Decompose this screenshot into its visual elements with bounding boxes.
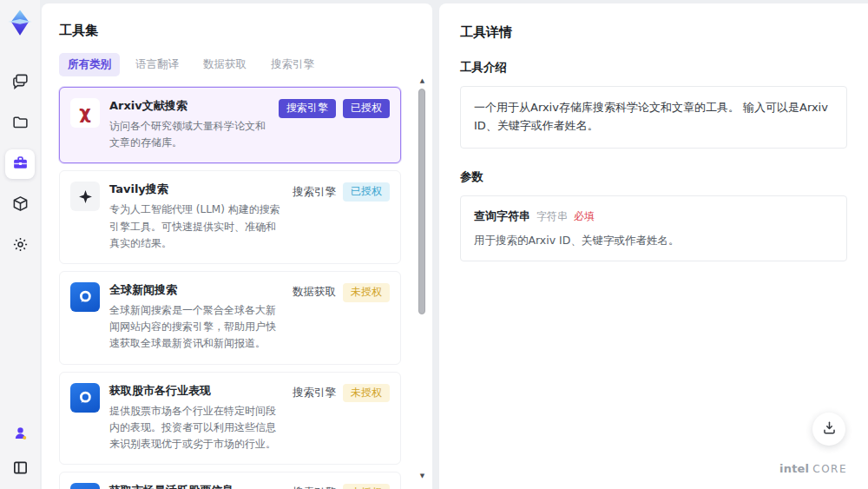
sidebar-item-user[interactable] (5, 420, 35, 449)
tab-search-engine[interactable]: 搜索引擎 (262, 53, 323, 76)
brand-core: core (812, 463, 847, 475)
app-logo (4, 7, 36, 38)
intro-heading: 工具介绍 (460, 60, 847, 76)
list-scrollbar[interactable]: ▲ ▼ (418, 76, 427, 480)
parameter-name: 查询字符串 (474, 208, 530, 224)
tool-card-main: 获取股市各行业表现 提供股票市场各个行业在特定时间段内的表现。投资者可以利用这些… (109, 383, 283, 453)
tool-title: Tavily搜索 (109, 182, 283, 197)
tool-title: 全球新闻搜索 (109, 282, 283, 298)
parameter-header: 查询字符串 字符串 必填 (474, 208, 833, 224)
tool-description: 访问各个研究领域大量科学论文和文章的存储库。 (109, 118, 269, 151)
tool-description: 专为人工智能代理 (LLM) 构建的搜索引擎工具。可快速提供实时、准确和真实的结… (109, 202, 283, 252)
auth-status-badge: 未授权 (343, 283, 390, 302)
sidebar-rail (0, 0, 40, 489)
tool-title: 获取市场最活跃股票信息 (109, 483, 283, 489)
tool-description: 全球新闻搜索是一个聚合全球各大新闻网站内容的搜索引擎，帮助用户快速获取全球最新资… (109, 302, 283, 353)
category-label: 搜索引擎 (293, 386, 336, 400)
tool-title: 获取股市各行业表现 (109, 383, 283, 399)
tab-all-categories[interactable]: 所有类别 (59, 53, 120, 76)
sidebar-item-chat[interactable] (5, 68, 35, 97)
scrollbar-up-arrow[interactable]: ▲ (418, 76, 427, 85)
tool-list: χ Arxiv文献搜索 访问各个研究领域大量科学论文和文章的存储库。 搜索引擎 … (59, 87, 415, 489)
download-icon (822, 420, 837, 439)
tool-card-badges: 搜索引擎 已授权 (279, 99, 390, 118)
scrollbar-thumb[interactable] (418, 89, 425, 314)
parameter-description: 用于搜索的Arxiv ID、关键字或作者姓名。 (474, 233, 833, 249)
tool-card-main: Arxiv文献搜索 访问各个研究领域大量科学论文和文章的存储库。 (109, 98, 269, 151)
tool-card-badges: 搜索引擎 未授权 (293, 484, 390, 489)
page-title: 工具集 (59, 23, 415, 39)
sidebar-item-settings[interactable] (5, 231, 35, 261)
details-title: 工具详情 (460, 24, 847, 41)
sidebar-item-toolbox[interactable] (5, 149, 35, 179)
category-tabs: 所有类别 语言翻译 数据获取 搜索引擎 (59, 53, 415, 76)
category-label: 数据获取 (293, 285, 336, 300)
tool-card-active-stocks[interactable]: 获取市场最活跃股票信息 提供当天交易量最高的股票列表，投资者可以利用这些信息来识… (59, 472, 401, 489)
params-heading: 参数 (460, 169, 847, 185)
tool-card-badges: 搜索引擎 未授权 (293, 384, 390, 403)
gear-icon (12, 236, 29, 256)
tab-language-translation[interactable]: 语言翻译 (127, 53, 187, 76)
sidebar-item-packages[interactable] (5, 190, 35, 220)
auth-status-badge: 未授权 (343, 484, 390, 489)
tool-card-tavily[interactable]: Tavily搜索 专为人工智能代理 (LLM) 构建的搜索引擎工具。可快速提供实… (59, 170, 401, 264)
download-button[interactable] (812, 413, 845, 446)
tool-card-arxiv[interactable]: χ Arxiv文献搜索 访问各个研究领域大量科学论文和文章的存储库。 搜索引擎 … (59, 87, 401, 163)
folder-icon (12, 114, 29, 134)
scrollbar-down-arrow[interactable]: ▼ (418, 472, 427, 480)
tool-title: Arxiv文献搜索 (109, 98, 269, 114)
parameter-required-flag: 必填 (574, 209, 595, 224)
intro-text-box: 一个用于从Arxiv存储库搜索科学论文和文章的工具。 输入可以是Arxiv ID… (460, 86, 847, 149)
panel-toggle-icon (12, 459, 29, 479)
sidebar-item-collapse[interactable] (5, 454, 35, 484)
tool-card-badges: 数据获取 未授权 (293, 283, 390, 302)
parameter-card: 查询字符串 字符串 必填 用于搜索的Arxiv ID、关键字或作者姓名。 (460, 195, 847, 262)
chat-icon (12, 73, 29, 93)
tool-card-main: Tavily搜索 专为人工智能代理 (LLM) 构建的搜索引擎工具。可快速提供实… (109, 182, 283, 252)
auth-status-badge: 未授权 (343, 384, 390, 403)
auth-status-badge: 已授权 (343, 99, 390, 118)
tavily-star-icon (70, 182, 100, 211)
arxiv-logo-icon: χ (70, 98, 100, 128)
sidebar-item-files[interactable] (5, 109, 35, 138)
tool-details-panel: 工具详情 工具介绍 一个用于从Arxiv存储库搜索科学论文和文章的工具。 输入可… (439, 3, 868, 489)
tool-card-main: 获取市场最活跃股票信息 提供当天交易量最高的股票列表，投资者可以利用这些信息来识… (109, 483, 283, 489)
toolbox-panel: 工具集 所有类别 语言翻译 数据获取 搜索引擎 χ Arxiv文献搜索 访问各个… (42, 3, 432, 489)
tool-card-sector-performance[interactable]: 获取股市各行业表现 提供股票市场各个行业在特定时间段内的表现。投资者可以利用这些… (59, 372, 401, 466)
tool-description: 提供股票市场各个行业在特定时间段内的表现。投资者可以利用这些信息来识别表现优于或… (109, 403, 283, 453)
finance-app-icon (70, 383, 100, 413)
auth-status-badge: 已授权 (343, 182, 390, 202)
tab-data-fetch[interactable]: 数据获取 (194, 53, 255, 76)
parameter-type: 字符串 (536, 209, 568, 224)
tool-card-global-news[interactable]: 全球新闻搜索 全球新闻搜索是一个聚合全球各大新闻网站内容的搜索引擎，帮助用户快速… (59, 271, 401, 365)
category-badge: 搜索引擎 (279, 99, 336, 118)
category-label: 搜索引擎 (293, 185, 336, 200)
cube-icon (12, 195, 29, 215)
finance-app-icon (70, 483, 100, 489)
category-label: 搜索引擎 (293, 486, 336, 489)
news-app-icon (70, 282, 100, 312)
user-icon (12, 425, 29, 445)
intel-core-logo: intel core (779, 462, 847, 475)
tool-card-main: 全球新闻搜索 全球新闻搜索是一个聚合全球各大新闻网站内容的搜索引擎，帮助用户快速… (109, 282, 283, 353)
tool-card-badges: 搜索引擎 已授权 (293, 182, 390, 202)
brand-intel: intel (779, 462, 809, 475)
toolbox-icon (12, 155, 29, 175)
